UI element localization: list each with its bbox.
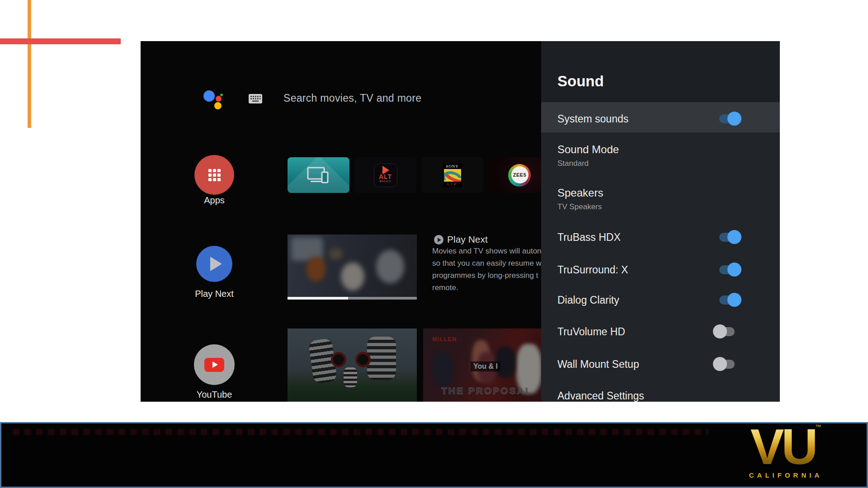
sony-s-graphic bbox=[444, 169, 461, 182]
play-next-section-icon bbox=[434, 235, 443, 244]
brand-block: VU™ CALIFORNIA bbox=[725, 423, 847, 479]
play-next-description-line: remote. bbox=[432, 283, 458, 292]
youtube-button[interactable] bbox=[194, 344, 235, 385]
assistant-blue-dot bbox=[203, 90, 215, 102]
dialog-clarity-toggle[interactable] bbox=[719, 293, 742, 307]
altbalaji-text: ALT bbox=[374, 174, 397, 180]
assistant-red-dot bbox=[216, 96, 222, 102]
setting-dialog-clarity[interactable]: Dialog Clarity bbox=[557, 294, 619, 306]
altbalaji-logo: ALT BALAJI bbox=[374, 164, 397, 187]
speakers-value: TV Speakers bbox=[557, 202, 602, 211]
liv-text: LIV bbox=[443, 182, 462, 187]
apps-button[interactable] bbox=[194, 155, 234, 195]
playback-progress-bar bbox=[288, 297, 417, 300]
search-input[interactable]: Search movies, TV and more bbox=[283, 92, 421, 104]
setting-trubass-hdx[interactable]: TruBass HDX bbox=[557, 231, 621, 244]
altbalaji-subtext: BALAJI bbox=[374, 180, 397, 183]
setting-advanced-settings[interactable]: Advanced Settings bbox=[557, 390, 644, 402]
apps-grid-icon bbox=[208, 169, 221, 181]
play-next-button[interactable] bbox=[196, 246, 232, 282]
assistant-yellow-dot bbox=[214, 102, 222, 109]
panel-header bbox=[541, 41, 780, 102]
play-next-description-line: programmes by long-pressing t bbox=[432, 271, 538, 280]
play-next-description-line: so that you can easily resume w bbox=[432, 259, 542, 268]
youtube-icon bbox=[204, 358, 224, 372]
zee5-logo: ZEE5 bbox=[511, 166, 528, 183]
decor-horizontal-line bbox=[0, 38, 121, 44]
app-tile-connected-devices[interactable] bbox=[288, 157, 349, 193]
play-next-thumbnail[interactable] bbox=[288, 235, 417, 297]
setting-speakers[interactable]: Speakers bbox=[557, 187, 603, 199]
tv-screenshot: Search movies, TV and more Apps ALT BALA… bbox=[141, 41, 780, 402]
play-next-description-line: Movies and TV shows will auton bbox=[432, 247, 542, 256]
zee5-ring: ZEE5 bbox=[508, 164, 531, 187]
youtube-thumbnail-1[interactable] bbox=[288, 328, 417, 402]
devices-icon bbox=[307, 167, 330, 184]
setting-system-sounds[interactable]: System sounds bbox=[557, 113, 628, 125]
trusurround-x-toggle[interactable] bbox=[719, 263, 742, 277]
play-icon bbox=[210, 257, 222, 271]
trademark-symbol: ™ bbox=[815, 423, 821, 430]
app-tile-sony-liv[interactable]: SONY LIV bbox=[421, 157, 483, 193]
keyboard-icon[interactable] bbox=[249, 94, 262, 103]
footer-bar: VU™ CALIFORNIA bbox=[0, 422, 868, 488]
truvolume-hd-toggle[interactable] bbox=[713, 324, 736, 339]
app-tile-altbalaji[interactable]: ALT BALAJI bbox=[354, 157, 416, 193]
altbalaji-triangle-icon bbox=[382, 166, 389, 174]
play-next-section-title: Play Next bbox=[447, 234, 488, 245]
decor-vertical-line bbox=[28, 0, 31, 128]
youtube-label: YouTube bbox=[169, 389, 259, 400]
sony-text: SONY bbox=[443, 164, 462, 169]
apps-label: Apps bbox=[169, 195, 259, 206]
google-assistant-icon[interactable] bbox=[203, 90, 224, 111]
faint-watermark-text bbox=[13, 429, 709, 435]
youtube-thumbnail-2[interactable]: MILLEN You & I THE PROPOSAL bbox=[423, 328, 552, 402]
sound-settings-panel: Sound System sounds Sound Mode Standard … bbox=[541, 41, 780, 402]
playback-progress-fill bbox=[288, 297, 348, 300]
play-next-label: Play Next bbox=[169, 289, 259, 299]
sony-liv-logo: SONY LIV bbox=[443, 164, 462, 187]
wall-mount-setup-toggle[interactable] bbox=[713, 357, 736, 371]
setting-trusurround-x[interactable]: TruSurround: X bbox=[557, 264, 628, 276]
setting-truvolume-hd[interactable]: TruVolume HD bbox=[557, 326, 625, 338]
trubass-hdx-toggle[interactable] bbox=[719, 230, 742, 244]
setting-wall-mount-setup[interactable]: Wall Mount Setup bbox=[557, 358, 639, 371]
assistant-green-dot bbox=[220, 94, 223, 96]
setting-sound-mode[interactable]: Sound Mode bbox=[557, 143, 619, 156]
panel-title: Sound bbox=[557, 73, 604, 90]
sound-mode-value: Standard bbox=[557, 159, 589, 168]
vu-logo: VU bbox=[750, 423, 816, 470]
system-sounds-toggle[interactable] bbox=[719, 112, 742, 126]
